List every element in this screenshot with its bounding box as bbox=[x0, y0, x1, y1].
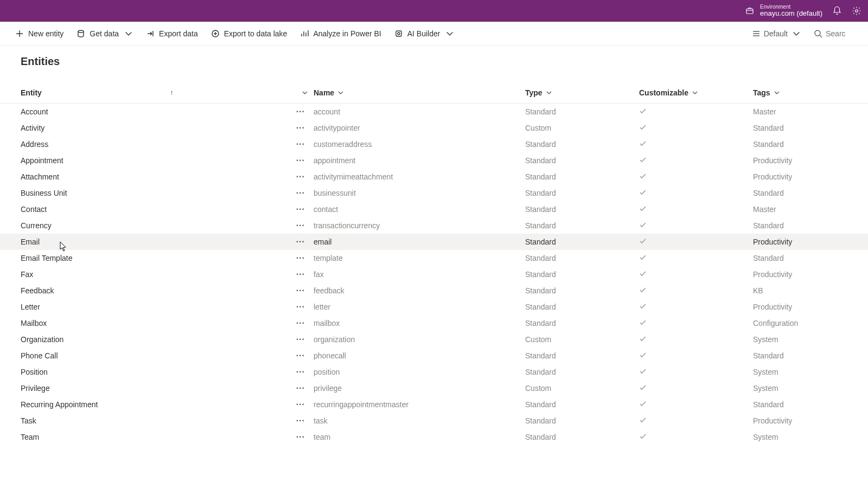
entity-label: Privilege bbox=[21, 384, 50, 393]
entity-type: Standard bbox=[525, 303, 639, 311]
entity-customizable bbox=[639, 107, 753, 117]
col-customizable[interactable]: Customizable bbox=[639, 88, 753, 97]
table-row[interactable]: Contact···contactStandardMaster bbox=[0, 201, 868, 217]
more-actions-button[interactable]: ··· bbox=[293, 268, 308, 280]
more-actions-button[interactable]: ··· bbox=[293, 399, 308, 410]
check-icon bbox=[639, 368, 647, 375]
col-entity[interactable]: Entity ↑ bbox=[21, 88, 314, 97]
more-actions-button[interactable]: ··· bbox=[293, 317, 308, 329]
analyze-power-bi-button[interactable]: Analyze in Power BI bbox=[295, 26, 386, 41]
table-row[interactable]: Phone Call···phonecallStandardStandard bbox=[0, 348, 868, 364]
entity-tags: Standard bbox=[753, 140, 868, 149]
entity-customizable bbox=[639, 156, 753, 165]
entity-label: Phone Call bbox=[21, 351, 58, 360]
table-row[interactable]: Feedback···feedbackStandardKB bbox=[0, 282, 868, 299]
entity-label: Business Unit bbox=[21, 189, 67, 197]
check-icon bbox=[639, 335, 647, 343]
entity-customizable bbox=[639, 400, 753, 409]
view-mode-label: Default bbox=[764, 29, 788, 38]
entity-name: privilege bbox=[314, 384, 525, 393]
page-title: Entities bbox=[0, 46, 868, 72]
table-row[interactable]: Recurring Appointment···recurringappoint… bbox=[0, 396, 868, 413]
new-entity-button[interactable]: New entity bbox=[10, 26, 69, 41]
entity-tags: Master bbox=[753, 205, 868, 214]
environment-switcher[interactable]: Environment enayu.com (default) bbox=[745, 4, 822, 18]
table-row[interactable]: Account···accountStandardMaster bbox=[0, 104, 868, 120]
entity-customizable bbox=[639, 140, 753, 149]
more-actions-button[interactable]: ··· bbox=[293, 236, 308, 248]
more-actions-button[interactable]: ··· bbox=[293, 220, 308, 232]
more-actions-button[interactable]: ··· bbox=[293, 333, 308, 345]
check-icon bbox=[639, 254, 647, 261]
entity-name: team bbox=[314, 433, 525, 441]
entity-name: organization bbox=[314, 335, 525, 344]
more-actions-button[interactable]: ··· bbox=[293, 203, 308, 215]
table-row[interactable]: Privilege···privilegeCustomSystem bbox=[0, 380, 868, 396]
entity-name: activitymimeattachment bbox=[314, 172, 525, 181]
more-actions-button[interactable]: ··· bbox=[293, 350, 308, 362]
table-row[interactable]: Business Unit···businessunitStandardStan… bbox=[0, 185, 868, 201]
more-actions-button[interactable]: ··· bbox=[293, 106, 308, 118]
search-input[interactable] bbox=[826, 29, 858, 38]
table-row[interactable]: Activity···activitypointerCustomStandard bbox=[0, 120, 868, 136]
export-data-button[interactable]: Export data bbox=[141, 26, 203, 41]
entity-type: Custom bbox=[525, 384, 639, 393]
entity-type: Standard bbox=[525, 368, 639, 376]
table-row[interactable]: Task···taskStandardProductivity bbox=[0, 413, 868, 429]
entity-tags: Productivity bbox=[753, 303, 868, 311]
more-actions-button[interactable]: ··· bbox=[293, 285, 308, 297]
check-icon bbox=[639, 124, 647, 131]
table-row[interactable]: Fax···faxStandardProductivity bbox=[0, 266, 868, 282]
more-actions-button[interactable]: ··· bbox=[293, 122, 308, 134]
table-row[interactable]: Appointment···appointmentStandardProduct… bbox=[0, 152, 868, 169]
more-actions-button[interactable]: ··· bbox=[293, 431, 308, 443]
table-row[interactable]: Attachment···activitymimeattachmentStand… bbox=[0, 169, 868, 185]
svg-point-2 bbox=[78, 30, 84, 33]
export-data-label: Export data bbox=[159, 29, 198, 38]
notifications-icon[interactable] bbox=[832, 6, 842, 16]
entity-type: Standard bbox=[525, 351, 639, 360]
entity-label: Fax bbox=[21, 270, 33, 279]
more-actions-button[interactable]: ··· bbox=[293, 171, 308, 183]
entity-tags: System bbox=[753, 433, 868, 441]
more-actions-button[interactable]: ··· bbox=[293, 415, 308, 427]
ai-builder-button[interactable]: AI Builder bbox=[389, 26, 460, 41]
search-box[interactable] bbox=[808, 29, 858, 38]
table-row[interactable]: Email···emailStandardProductivity bbox=[0, 234, 868, 250]
entity-type: Standard bbox=[525, 433, 639, 441]
more-actions-button[interactable]: ··· bbox=[293, 301, 308, 313]
get-data-button[interactable]: Get data bbox=[71, 26, 138, 41]
more-actions-button[interactable]: ··· bbox=[293, 138, 308, 150]
chevron-down-icon bbox=[546, 89, 552, 96]
entity-type: Custom bbox=[525, 335, 639, 344]
check-icon bbox=[639, 205, 647, 213]
col-tags[interactable]: Tags bbox=[753, 88, 868, 97]
check-icon bbox=[639, 384, 647, 391]
table-row[interactable]: Currency···transactioncurrencyStandardSt… bbox=[0, 217, 868, 234]
table-row[interactable]: Team···teamStandardSystem bbox=[0, 429, 868, 445]
table-row[interactable]: Email Template···templateStandardStandar… bbox=[0, 250, 868, 266]
more-actions-button[interactable]: ··· bbox=[293, 155, 308, 166]
col-type[interactable]: Type bbox=[525, 88, 639, 97]
more-actions-button[interactable]: ··· bbox=[293, 382, 308, 394]
check-icon bbox=[639, 107, 647, 115]
col-name[interactable]: Name bbox=[314, 88, 525, 97]
table-row[interactable]: Position···positionStandardSystem bbox=[0, 364, 868, 380]
more-actions-button[interactable]: ··· bbox=[293, 366, 308, 378]
table-row[interactable]: Organization···organizationCustomSystem bbox=[0, 331, 868, 348]
entity-customizable bbox=[639, 124, 753, 133]
more-actions-button[interactable]: ··· bbox=[293, 187, 308, 199]
entity-name: feedback bbox=[314, 286, 525, 295]
entity-label: Organization bbox=[21, 335, 63, 344]
view-mode-button[interactable]: Default bbox=[746, 26, 806, 41]
entity-customizable bbox=[639, 416, 753, 426]
table-row[interactable]: Mailbox···mailboxStandardConfiguration bbox=[0, 315, 868, 331]
more-actions-button[interactable]: ··· bbox=[293, 252, 308, 264]
entity-name: contact bbox=[314, 205, 525, 214]
table-row[interactable]: Address···customeraddressStandardStandar… bbox=[0, 136, 868, 152]
entity-name: template bbox=[314, 254, 525, 262]
settings-icon[interactable] bbox=[852, 6, 861, 16]
entity-type: Standard bbox=[525, 237, 639, 246]
export-to-lake-button[interactable]: Export to data lake bbox=[206, 26, 293, 41]
table-row[interactable]: Letter···letterStandardProductivity bbox=[0, 299, 868, 315]
